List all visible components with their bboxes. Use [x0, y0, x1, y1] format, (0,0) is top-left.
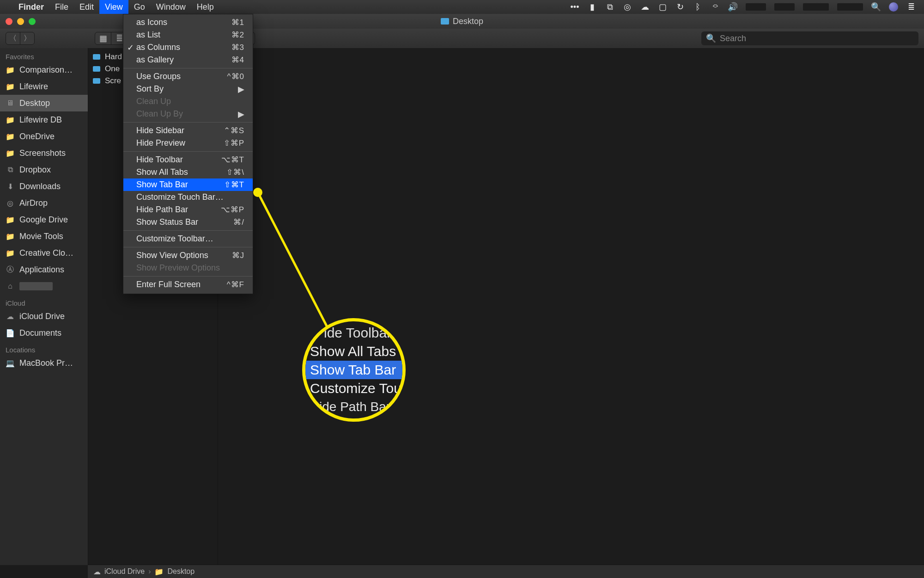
- view-icons-button[interactable]: ▦: [95, 32, 111, 44]
- menu-shortcut: ⌘3: [231, 43, 244, 52]
- folder-icon: 📁: [6, 66, 15, 74]
- notifications-icon[interactable]: ≣: [906, 2, 916, 12]
- sidebar-item-label: Google Drive: [19, 215, 68, 225]
- menu-item[interactable]: ✓as Columns⌘3: [123, 41, 253, 54]
- sidebar-item-label: MacBook Pr…: [19, 358, 73, 368]
- menu-item[interactable]: Hide Preview⇧⌘P: [123, 137, 253, 149]
- sidebar-item[interactable]: 📁Lifewire DB: [0, 111, 88, 128]
- sidebar-item[interactable]: 📁Creative Clo…: [0, 245, 88, 261]
- zoom-button[interactable]: [29, 18, 36, 25]
- menu-shortcut: ⇧⌘P: [224, 138, 244, 148]
- search-field[interactable]: 🔍 Search: [701, 31, 918, 45]
- menubar-go[interactable]: Go: [128, 0, 151, 14]
- menu-item[interactable]: Show View Options⌘J: [123, 249, 253, 262]
- sidebar-item-label: Applications: [19, 265, 64, 275]
- menuextra-cc-icon[interactable]: ◎: [623, 2, 632, 12]
- minimize-button[interactable]: [17, 18, 24, 25]
- menu-item[interactable]: Enter Full Screen^⌘F: [123, 278, 253, 291]
- menubar-help[interactable]: Help: [191, 0, 219, 14]
- path-segment[interactable]: Desktop: [167, 567, 195, 576]
- sidebar: Favorites📁Comparison…📁Lifewire🖥Desktop📁L…: [0, 48, 88, 565]
- callout-zoom: ide ToolbarShow All TabsShow Tab BarCust…: [302, 318, 406, 422]
- sidebar-item[interactable]: ⒶApplications: [0, 261, 88, 278]
- menubar-file[interactable]: File: [49, 0, 74, 14]
- sidebar-item[interactable]: 📁Movie Tools: [0, 228, 88, 245]
- laptop-icon: 💻: [6, 359, 15, 367]
- sidebar-item-label: OneDrive: [19, 132, 55, 141]
- menubar-edit[interactable]: Edit: [74, 0, 99, 14]
- menu-item[interactable]: Customize Toolbar…: [123, 233, 253, 245]
- menu-item[interactable]: Show Status Bar⌘/: [123, 216, 253, 228]
- menuextra-airplay-icon[interactable]: ▢: [658, 2, 667, 12]
- menu-item: Show Preview Options: [123, 262, 253, 274]
- menu-item-label: Show Tab Bar: [136, 180, 188, 190]
- menuextras: ••• ▮ ⧉ ◎ ☁ ▢ ↻ ᛒ ⌔ 🔊 🔍 ≣: [570, 2, 919, 12]
- menu-separator: [123, 122, 253, 123]
- back-button[interactable]: 〈: [6, 32, 20, 44]
- menuextra-battery-icon[interactable]: ▮: [588, 2, 597, 12]
- sidebar-item[interactable]: 📁Comparison…: [0, 61, 88, 78]
- menuextra-cloud-icon[interactable]: ☁: [640, 2, 650, 12]
- menuextra-bluetooth-icon[interactable]: ᛒ: [693, 2, 702, 12]
- menu-shortcut: ⇧⌘\: [226, 167, 244, 177]
- dropbox-icon: ⧉: [6, 166, 15, 173]
- close-button[interactable]: [6, 18, 12, 25]
- sidebar-item-label: Lifewire DB: [19, 115, 62, 125]
- sidebar-item-label: Downloads: [19, 182, 61, 191]
- menu-item[interactable]: as Gallery⌘4: [123, 54, 253, 66]
- menu-item[interactable]: Hide Path Bar⌥⌘P: [123, 203, 253, 216]
- forward-button[interactable]: 〉: [20, 32, 34, 44]
- menu-item-label: as List: [136, 30, 160, 40]
- sidebar-item[interactable]: ◎AirDrop: [0, 195, 88, 211]
- siri-icon[interactable]: [889, 2, 898, 12]
- folder-icon: [93, 54, 100, 60]
- sidebar-item[interactable]: 🖥Desktop: [0, 95, 88, 111]
- sidebar-item[interactable]: ⧉Dropbox: [0, 161, 88, 178]
- menuextra-dropbox-icon[interactable]: ⧉: [605, 2, 614, 12]
- spotlight-icon[interactable]: 🔍: [871, 2, 881, 12]
- folder-icon: 📁: [6, 83, 15, 90]
- menu-item-label: Show All Tabs: [136, 167, 188, 177]
- menubar-window[interactable]: Window: [151, 0, 191, 14]
- folder-icon: 📁: [6, 233, 15, 240]
- menuextra-more-icon[interactable]: •••: [570, 2, 579, 12]
- menuextra-volume-icon[interactable]: 🔊: [728, 2, 737, 12]
- menu-item[interactable]: Use Groups^⌘0: [123, 70, 253, 83]
- search-placeholder: Search: [720, 34, 746, 43]
- menuextra-wifi-icon[interactable]: ⌔: [711, 2, 720, 12]
- sidebar-item-label: Movie Tools: [19, 232, 63, 241]
- menuextra-timemachine-icon[interactable]: ↻: [675, 2, 685, 12]
- sidebar-item[interactable]: 📄Documents: [0, 325, 88, 341]
- sidebar-item[interactable]: 📁OneDrive: [0, 128, 88, 145]
- sidebar-item[interactable]: 📁Lifewire: [0, 78, 88, 95]
- sidebar-item[interactable]: 📁Screenshots: [0, 145, 88, 161]
- folder-icon: [441, 18, 449, 25]
- menubar-app[interactable]: Finder: [13, 0, 49, 14]
- folder-icon: 📁: [6, 216, 15, 223]
- menu-item-label: Clean Up: [136, 97, 171, 106]
- menu-item[interactable]: Customize Touch Bar…: [123, 191, 253, 203]
- checkmark-icon: ✓: [127, 43, 134, 53]
- menu-item-label: Customize Touch Bar…: [136, 192, 224, 202]
- menu-shortcut: ⌥⌘T: [221, 155, 244, 165]
- menu-item[interactable]: as List⌘2: [123, 29, 253, 41]
- menu-item[interactable]: Show Tab Bar⇧⌘T: [123, 178, 253, 191]
- path-segment[interactable]: iCloud Drive: [104, 567, 145, 576]
- submenu-arrow-icon: ▶: [238, 84, 244, 94]
- sidebar-item[interactable]: 💻MacBook Pr…: [0, 355, 88, 371]
- sidebar-item[interactable]: ⌂: [0, 278, 88, 295]
- menu-item[interactable]: Show All Tabs⇧⌘\: [123, 166, 253, 178]
- menu-item[interactable]: as Icons⌘1: [123, 16, 253, 29]
- sidebar-item[interactable]: ⬇Downloads: [0, 178, 88, 195]
- menubar-view[interactable]: View: [99, 0, 128, 14]
- menu-item[interactable]: Hide Sidebar⌃⌘S: [123, 124, 253, 137]
- redacted-label: [19, 282, 53, 290]
- menu-item[interactable]: Sort By▶: [123, 83, 253, 95]
- menu-item[interactable]: Hide Toolbar⌥⌘T: [123, 154, 253, 166]
- menu-shortcut: ⌘/: [233, 217, 244, 227]
- path-bar[interactable]: ☁iCloud Drive›📁Desktop: [88, 565, 924, 578]
- sidebar-item[interactable]: ☁iCloud Drive: [0, 308, 88, 325]
- sidebar-item[interactable]: 📁Google Drive: [0, 211, 88, 228]
- menu-item-label: Show Status Bar: [136, 217, 198, 227]
- sidebar-item-label: Creative Clo…: [19, 248, 73, 258]
